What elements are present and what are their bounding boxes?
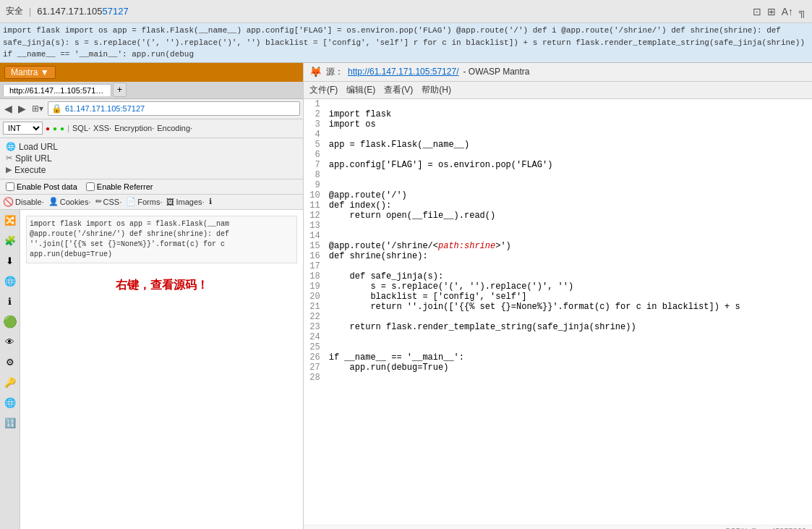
firefox-icon: 🦊 xyxy=(309,66,322,77)
line-code: return flask.render_template_string(safe… xyxy=(326,322,812,332)
grid-icon[interactable]: ⊞ xyxy=(767,6,776,17)
grid-nav-button[interactable]: ⊞▾ xyxy=(30,102,45,115)
dot-green-1: ● xyxy=(53,124,57,132)
code-line-2: @app.route('/shrine/') def shrine(shrine… xyxy=(30,229,294,240)
left-content: 🔀 🧩 ⬇ 🌐 ℹ 🟢 👁 ⚙ 🔑 🌐 🔢 import flask impor… xyxy=(0,210,303,530)
cookies-label: Cookies· xyxy=(60,198,91,206)
encryption-link[interactable]: Encryption· xyxy=(114,124,154,132)
code-line-row: 2import flask xyxy=(304,109,812,119)
line-number: 12 xyxy=(304,211,326,221)
line-number: 14 xyxy=(304,231,326,241)
mantra-button[interactable]: Mantra ▼ xyxy=(4,66,56,79)
code-line-row: 25 xyxy=(304,342,812,352)
split-url-icon: ✂ xyxy=(6,153,12,163)
sidebar-icon-4[interactable]: ℹ xyxy=(2,294,18,310)
code-line-row: 28 xyxy=(304,373,812,383)
disable-item[interactable]: 🚫 Disable· xyxy=(3,197,44,207)
tab-item-active[interactable]: http://61.147...1.105:57127/ xyxy=(3,84,111,96)
left-panel: Mantra ▼ http://61.147...1.105:57127/ + … xyxy=(0,63,304,530)
code-line-row: 4 xyxy=(304,130,812,140)
images-item[interactable]: 🖼 Images· xyxy=(166,198,204,206)
url-lock-icon: 🔒 xyxy=(51,103,62,114)
int-select[interactable]: INT xyxy=(3,122,43,135)
menu-edit[interactable]: 编辑(E) xyxy=(346,84,375,96)
sidebar-icon-6[interactable]: 👁 xyxy=(2,334,18,350)
code-line-row: 3import os xyxy=(304,119,812,130)
code-line-row: 17 xyxy=(304,261,812,271)
address-bar-preview: import flask import os app = flask.Flask… xyxy=(0,23,812,63)
code-line-row: 7app.config['FLAG'] = os.environ.pop('FL… xyxy=(304,160,812,170)
line-code: @app.route('/shrine/<path:shrine>') xyxy=(326,241,812,251)
back-button[interactable]: ◀ xyxy=(3,101,14,116)
forward-button[interactable]: ▶ xyxy=(17,101,27,116)
css-icon: ✏ xyxy=(95,197,102,206)
line-code: app.run(debug=True) xyxy=(326,363,812,373)
post-data-checkbox[interactable] xyxy=(6,182,14,191)
xss-link[interactable]: XSS· xyxy=(93,124,111,132)
sidebar-icon-7[interactable]: ⚙ xyxy=(2,355,18,371)
referrer-checkbox[interactable] xyxy=(86,182,95,191)
left-main: import flask import os app = flask.Flask… xyxy=(20,210,303,530)
encoding-link[interactable]: Encoding· xyxy=(157,124,192,132)
forms-item[interactable]: 📄 Forms· xyxy=(126,197,162,206)
line-code: if __name__ == '__main__': xyxy=(326,352,812,363)
line-number: 13 xyxy=(304,221,326,231)
line-code: app = flask.Flask(__name__) xyxy=(326,140,812,150)
line-number: 19 xyxy=(304,282,326,292)
font-icon[interactable]: A↑ xyxy=(782,6,793,17)
sql-link[interactable]: SQL· xyxy=(72,124,90,132)
menu-file[interactable]: 文件(F) xyxy=(309,84,338,96)
url-box[interactable]: 🔒 61.147.171.105:57127 xyxy=(48,101,300,116)
code-line-row: 8 xyxy=(304,170,812,180)
tab-new-button[interactable]: + xyxy=(113,82,127,97)
css-item[interactable]: ✏ CSS· xyxy=(95,197,122,206)
disable-label: Disable· xyxy=(15,198,44,206)
code-line-row: 12 return open(__file__).read() xyxy=(304,211,812,221)
top-bar-icons: ⊡ ⊞ A↑ ╗ xyxy=(753,6,806,17)
code-table: 12import flask3import os45app = flask.Fl… xyxy=(304,99,812,383)
split-url-action[interactable]: ✂ Split URL xyxy=(6,153,297,164)
disable-icon: 🚫 xyxy=(3,197,14,207)
checkbox-row: Enable Post data Enable Referrer xyxy=(0,179,303,195)
line-number: 3 xyxy=(304,119,326,130)
menu-help[interactable]: 帮助(H) xyxy=(422,84,451,96)
cookies-item[interactable]: 👤 Cookies· xyxy=(48,197,91,206)
referrer-checkbox-item[interactable]: Enable Referrer xyxy=(86,182,153,191)
sidebar-icon-10[interactable]: 🔢 xyxy=(2,415,18,431)
line-code xyxy=(326,99,812,109)
code-line-row: 5app = flask.Flask(__name__) xyxy=(304,140,812,150)
sidebar-icon-2[interactable]: ⬇ xyxy=(2,253,18,269)
line-code xyxy=(326,332,812,342)
sidebar-icon-0[interactable]: 🔀 xyxy=(2,213,18,229)
menu-bar: 文件(F) 编辑(E) 查看(V) 帮助(H) xyxy=(304,82,812,99)
line-code: return open(__file__).read() xyxy=(326,211,812,221)
sidebar-icon-9[interactable]: 🌐 xyxy=(2,395,18,411)
line-number: 17 xyxy=(304,261,326,271)
line-code: @app.route('/') xyxy=(326,190,812,200)
window-icon[interactable]: ⊡ xyxy=(753,6,761,17)
post-data-checkbox-item[interactable]: Enable Post data xyxy=(6,182,77,191)
close-icon[interactable]: ╗ xyxy=(799,6,806,17)
load-url-action[interactable]: 🌐 Load URL xyxy=(6,141,297,153)
line-number: 1 xyxy=(304,99,326,109)
tab-bar: http://61.147...1.105:57127/ + xyxy=(0,82,303,99)
images-label: Images· xyxy=(176,198,204,206)
sidebar-icon-3[interactable]: 🌐 xyxy=(2,274,18,289)
toolbar-row: INT ● ● ● | SQL· XSS· Encryption· Encodi… xyxy=(0,119,303,138)
code-line-row: 14 xyxy=(304,231,812,241)
code-line-row: 23 return flask.render_template_string(s… xyxy=(304,322,812,332)
line-code xyxy=(326,150,812,160)
info-item[interactable]: ℹ xyxy=(209,197,212,206)
menu-view[interactable]: 查看(V) xyxy=(384,84,413,96)
execute-action[interactable]: ▶ Execute xyxy=(6,164,297,176)
sidebar-icon-1[interactable]: 🧩 xyxy=(2,233,18,249)
sidebar-icon-5[interactable]: 🟢 xyxy=(2,314,18,330)
line-number: 22 xyxy=(304,312,326,322)
watermark: CSDN @qq_45955869 xyxy=(304,525,812,530)
source-label: 源： xyxy=(326,66,343,78)
line-code: import os xyxy=(326,119,812,130)
line-number: 10 xyxy=(304,190,326,200)
line-code: import flask xyxy=(326,109,812,119)
line-code: return ''.join(['{{% set {}=None%}}'.for… xyxy=(326,302,812,312)
sidebar-icon-8[interactable]: 🔑 xyxy=(2,375,18,391)
